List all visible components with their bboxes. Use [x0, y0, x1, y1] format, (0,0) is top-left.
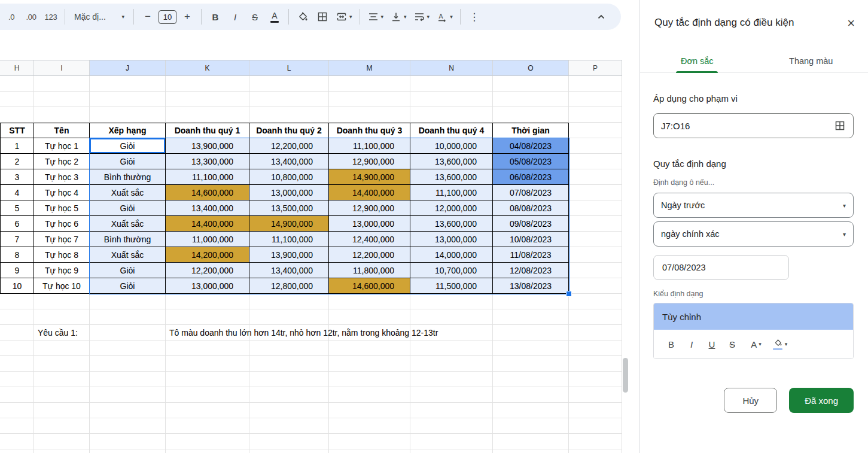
cell[interactable]	[493, 418, 569, 434]
cell[interactable]	[34, 107, 90, 123]
cell[interactable]	[329, 76, 410, 92]
table-cell[interactable]: 6	[0, 216, 34, 232]
cell[interactable]	[90, 309, 166, 325]
cell[interactable]	[493, 107, 569, 123]
table-cell[interactable]: 13,500,000	[249, 200, 329, 216]
cell[interactable]	[329, 294, 410, 309]
done-button[interactable]: Đã xong	[789, 388, 854, 413]
cell[interactable]	[166, 76, 249, 92]
italic-button[interactable]: I	[681, 335, 702, 354]
table-cell[interactable]: Tự học 3	[34, 169, 90, 185]
cell[interactable]	[249, 92, 329, 107]
cell[interactable]	[410, 76, 493, 92]
cell[interactable]	[493, 76, 569, 92]
cell[interactable]	[493, 449, 569, 453]
table-cell[interactable]: Tự học 1	[34, 138, 90, 154]
fill-color-button[interactable]: ▾	[770, 335, 790, 354]
table-header-cell[interactable]: STT	[0, 123, 34, 138]
table-cell[interactable]: 14,900,000	[329, 169, 410, 185]
cell[interactable]	[569, 403, 622, 418]
font-family-selector[interactable]: Mặc đị... ▾	[70, 8, 129, 26]
column-header-H[interactable]: H	[0, 60, 34, 75]
cell[interactable]	[569, 247, 622, 263]
cell[interactable]	[166, 107, 249, 123]
cell[interactable]	[410, 92, 493, 107]
cell[interactable]	[166, 449, 249, 453]
cell[interactable]	[569, 263, 622, 278]
increase-font-size-button[interactable]: +	[178, 8, 196, 26]
table-cell[interactable]: Giỏi	[90, 263, 166, 278]
cell[interactable]	[166, 309, 249, 325]
table-cell[interactable]: 11,100,000	[166, 169, 249, 185]
underline-button[interactable]: U	[702, 335, 722, 354]
table-cell[interactable]: 14,600,000	[166, 185, 249, 200]
table-cell[interactable]: 14,600,000	[329, 278, 410, 294]
table-cell[interactable]: 13,900,000	[166, 138, 249, 154]
more-formats-button[interactable]: 123	[42, 8, 60, 26]
cell[interactable]	[90, 76, 166, 92]
cell[interactable]	[329, 418, 410, 434]
cell[interactable]	[34, 434, 90, 449]
table-cell[interactable]: Bình thường	[90, 169, 166, 185]
font-size-input[interactable]: 10	[159, 10, 176, 24]
cell[interactable]	[0, 372, 34, 387]
table-cell[interactable]: Tự học 6	[34, 216, 90, 232]
strikethrough-button[interactable]: S	[246, 8, 264, 26]
cell[interactable]	[569, 278, 622, 294]
table-cell[interactable]: 9	[0, 263, 34, 278]
table-cell[interactable]: 14,400,000	[166, 216, 249, 232]
cell[interactable]	[569, 372, 622, 387]
table-cell[interactable]: 13,600,000	[410, 154, 493, 169]
table-cell[interactable]: 7	[0, 232, 34, 247]
table-cell[interactable]: 13,000,000	[249, 185, 329, 200]
cell[interactable]	[34, 309, 90, 325]
cell[interactable]	[410, 418, 493, 434]
table-cell[interactable]: 10/08/2023	[493, 232, 569, 247]
cell[interactable]	[249, 340, 329, 356]
cell[interactable]	[90, 449, 166, 453]
column-header-M[interactable]: M	[329, 60, 410, 75]
table-cell[interactable]: 09/08/2023	[493, 216, 569, 232]
close-icon[interactable]: ×	[842, 16, 860, 31]
bold-button[interactable]: B	[661, 335, 681, 354]
cell[interactable]	[34, 76, 90, 92]
cell[interactable]	[329, 372, 410, 387]
cell[interactable]	[493, 387, 569, 403]
active-cell[interactable]: Giỏi	[90, 138, 166, 154]
cell[interactable]	[249, 356, 329, 372]
table-cell[interactable]: Xuất sắc	[90, 185, 166, 200]
column-header-O[interactable]: O	[493, 60, 569, 75]
cell[interactable]	[90, 403, 166, 418]
table-header-cell[interactable]: Doanh thu quý 1	[166, 123, 249, 138]
decrease-font-size-button[interactable]: −	[139, 8, 157, 26]
cell[interactable]	[90, 340, 166, 356]
cell[interactable]	[90, 418, 166, 434]
cell[interactable]	[569, 309, 622, 325]
table-cell[interactable]: 13,600,000	[410, 169, 493, 185]
column-header-N[interactable]: N	[410, 60, 493, 75]
table-header-cell[interactable]: Doanh thu quý 4	[410, 123, 493, 138]
table-cell[interactable]: 1	[0, 138, 34, 154]
cell[interactable]	[34, 387, 90, 403]
cell[interactable]	[0, 107, 34, 123]
cell[interactable]	[493, 340, 569, 356]
italic-button[interactable]: I	[226, 8, 244, 26]
table-cell[interactable]: 11,100,000	[249, 232, 329, 247]
cell[interactable]	[569, 418, 622, 434]
table-header-cell[interactable]: Tên	[34, 123, 90, 138]
cell[interactable]	[249, 107, 329, 123]
table-cell[interactable]: 13,400,000	[166, 200, 249, 216]
table-cell[interactable]: 13,900,000	[249, 247, 329, 263]
cell[interactable]	[493, 92, 569, 107]
tab-single-color[interactable]: Đơn sắc	[640, 49, 754, 72]
cell[interactable]	[0, 309, 34, 325]
table-cell[interactable]: 12,200,000	[249, 138, 329, 154]
collapse-toolbar-button[interactable]	[592, 8, 610, 26]
cell[interactable]	[0, 356, 34, 372]
select-data-range-icon[interactable]	[834, 120, 846, 132]
cell[interactable]	[34, 403, 90, 418]
fill-handle[interactable]	[566, 291, 572, 297]
cell[interactable]	[329, 107, 410, 123]
vertical-align-button[interactable]: ▾	[388, 8, 409, 26]
cancel-button[interactable]: Hủy	[724, 388, 777, 413]
